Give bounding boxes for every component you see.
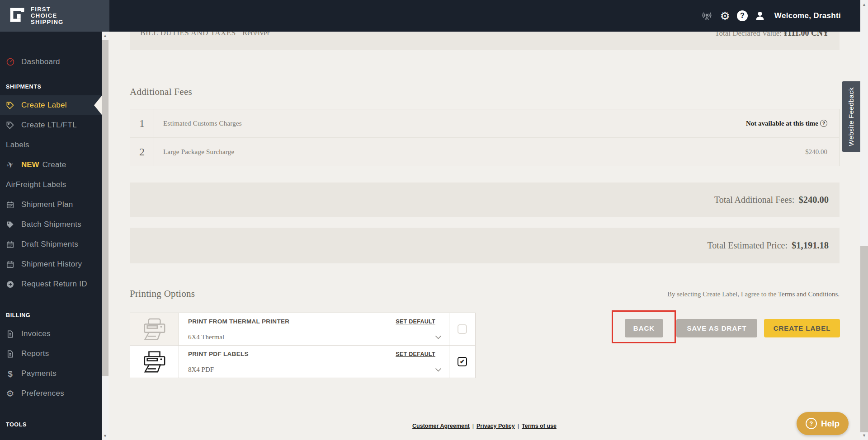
chevron-down-icon[interactable]	[435, 368, 442, 372]
welcome-text: Welcome, Drashti	[774, 11, 841, 20]
sidebar-item-label: Create Label	[21, 101, 67, 110]
declared-value-label: Total Declared Value:	[715, 32, 782, 37]
sidebar-item-request-return-id[interactable]: Request Return ID	[0, 274, 102, 294]
footer-link-terms-of-use[interactable]: Terms of use	[522, 423, 557, 429]
create-label-button[interactable]: CREATE LABEL	[764, 319, 840, 337]
print-option-row-6x4-thermal: PRINT FROM THERMAL PRINTERSET DEFAULT6X4…	[130, 313, 475, 345]
help-button[interactable]: ? Help	[797, 412, 849, 435]
logo[interactable]: FIRST CHOICE SHIPPING	[0, 0, 109, 32]
sidebar-scrollbar-thumb[interactable]	[102, 40, 108, 376]
fee-row-large-package-surcharge: 2Large Package Surcharge$240.00	[130, 137, 839, 166]
sidebar-item-label: Payments	[21, 369, 57, 378]
declared-value-amount: ¥111.00 CNY	[783, 32, 829, 37]
print-option-title: PRINT FROM THERMAL PRINTER	[188, 318, 289, 325]
total-additional-fees-label: Total Additional Fees:	[714, 195, 794, 205]
scroll-down-arrow[interactable]: ▼	[860, 432, 868, 439]
print-option-dropdown[interactable]: 6X4 Thermal	[188, 333, 442, 341]
sidebar-item-label: Reports	[21, 349, 49, 358]
print-option-checkbox[interactable]: ✔	[458, 357, 467, 366]
sidebar-item-label: AirFreight Labels	[6, 180, 66, 189]
calendar-icon	[5, 240, 15, 249]
sidebar-item-label: Create LTL/FTL	[21, 121, 77, 130]
sidebar-item-invoices[interactable]: Invoices	[0, 324, 102, 344]
dollar-icon: $	[5, 369, 15, 379]
sidebar-item-label: Labels	[6, 140, 29, 150]
additional-fees-table: 1Estimated Customs ChargesNot available …	[130, 109, 840, 166]
calendar-icon	[5, 260, 15, 269]
company-logo-icon	[8, 5, 27, 26]
terms-and-conditions-link[interactable]: Terms and Conditions.	[778, 290, 840, 298]
sidebar-item-airfreight-labels[interactable]: AirFreight Labels	[0, 175, 102, 195]
printing-options-title: Printing Options	[130, 288, 195, 300]
footer-link-privacy-policy[interactable]: Privacy Policy	[476, 423, 515, 429]
print-option-main: PRINT PDF LABELSSET DEFAULT8X4 PDF	[179, 346, 449, 378]
total-estimated-price-label: Total Estimated Price:	[708, 240, 788, 251]
print-option-checkbox[interactable]	[458, 324, 467, 334]
sidebar-item-draft-shipments[interactable]: Draft Shipments	[0, 234, 102, 254]
total-estimated-price-band: Total Estimated Price: $1,191.18	[130, 228, 840, 263]
set-default-link[interactable]: SET DEFAULT	[396, 318, 435, 325]
total-additional-fees-band: Total Additional Fees: $240.00	[130, 183, 840, 217]
tag-icon	[5, 101, 15, 110]
fee-row-value: Not available at this time?	[746, 109, 839, 137]
sidebar-item-label: Request Return ID	[21, 280, 87, 289]
sidebar-scrollbar[interactable]: ▲ ▼	[102, 32, 108, 440]
sidebar-item-label: Create	[42, 160, 66, 169]
fee-row-estimated-customs-charges: 1Estimated Customs ChargesNot available …	[130, 109, 839, 137]
arrow-circle-icon	[5, 280, 15, 289]
save-as-draft-button[interactable]: SAVE AS DRAFT	[676, 319, 757, 337]
sidebar-item-label: Batch Shipments	[21, 220, 81, 229]
footer-link-customer-agreement[interactable]: Customer Agreement	[412, 423, 470, 429]
sidebar-item-payments[interactable]: $Payments	[0, 364, 102, 384]
print-option-row-8x4-pdf: PRINT PDF LABELSSET DEFAULT8X4 PDF✔	[130, 345, 475, 378]
sidebar-section-billing: BILLING	[6, 312, 102, 318]
sidebar-item-label: Shipment Plan	[21, 200, 73, 209]
sidebar-item-preferences[interactable]: ⚙Preferences	[0, 384, 102, 403]
fee-row-name: Large Package Surcharge	[154, 138, 234, 166]
set-default-link[interactable]: SET DEFAULT	[396, 351, 435, 357]
page-scrollbar-thumb[interactable]	[860, 246, 868, 432]
chevron-down-icon[interactable]	[435, 335, 442, 339]
sidebar-item-shipment-plan[interactable]: Shipment Plan	[0, 195, 102, 215]
help-tooltip-icon[interactable]: ?	[820, 120, 827, 127]
sidebar-item-dashboard[interactable]: Dashboard	[0, 52, 102, 72]
print-option-selected-value: 6X4 Thermal	[188, 333, 224, 341]
print-option-title: PRINT PDF LABELS	[188, 351, 249, 357]
document-icon	[5, 329, 15, 339]
sidebar-item-new-create[interactable]: ✈NEWCreate	[0, 155, 102, 175]
gear-icon: ⚙	[5, 389, 15, 398]
topbar-actions: ⚙ ? Welcome, Drashti	[701, 0, 841, 32]
print-option-dropdown[interactable]: 8X4 PDF	[188, 366, 442, 374]
fee-row-number: 1	[130, 109, 154, 137]
scroll-up-arrow[interactable]: ▲	[860, 1, 868, 8]
print-option-checkbox-cell: ✔	[449, 346, 475, 378]
sidebar-section-shipments: SHIPMENTS	[6, 84, 102, 90]
sidebar-item-label: Invoices	[21, 329, 51, 338]
footer-separator: |	[472, 423, 474, 429]
gear-icon[interactable]: ⚙	[720, 10, 730, 22]
back-button[interactable]: BACK	[625, 319, 663, 337]
thermal-printer-icon	[130, 313, 179, 345]
sidebar-item-shipment-history[interactable]: Shipment History	[0, 254, 102, 274]
active-item-arrow	[94, 96, 102, 115]
fee-row-name: Estimated Customs Charges	[154, 109, 242, 137]
sidebar-item-batch-shipments[interactable]: Batch Shipments	[0, 215, 102, 234]
help-circle-icon[interactable]: ?	[737, 10, 748, 21]
user-icon[interactable]	[755, 10, 765, 21]
broadcast-icon[interactable]	[701, 10, 713, 22]
sidebar-item-labels[interactable]: Labels	[0, 135, 102, 155]
app-window: FIRST CHOICE SHIPPING ⚙ ? Welcome, Drash…	[0, 0, 868, 440]
sidebar-item-label: Dashboard	[21, 57, 60, 66]
sidebar-item-reports[interactable]: Reports	[0, 344, 102, 364]
sidebar-nav: DashboardSHIPMENTSCreate LabelCreate LTL…	[0, 32, 102, 428]
fee-row-number: 2	[130, 138, 154, 166]
agreement-text: By selecting Create Label, I agree to th…	[667, 290, 840, 298]
page-scrollbar[interactable]: ▲ ▼	[860, 0, 868, 440]
bill-duties-row: BILL DUTIES AND TAXES Receiver Total Dec…	[130, 32, 840, 50]
sidebar-item-create-ltl-ftl[interactable]: Create LTL/FTL	[0, 115, 102, 135]
website-feedback-tab[interactable]: Website Feedback	[842, 81, 860, 152]
scroll-down-arrow[interactable]: ▼	[102, 433, 108, 439]
scroll-up-arrow[interactable]: ▲	[102, 33, 108, 39]
tag-icon	[5, 121, 15, 130]
sidebar-item-create-label[interactable]: Create Label	[0, 95, 102, 115]
